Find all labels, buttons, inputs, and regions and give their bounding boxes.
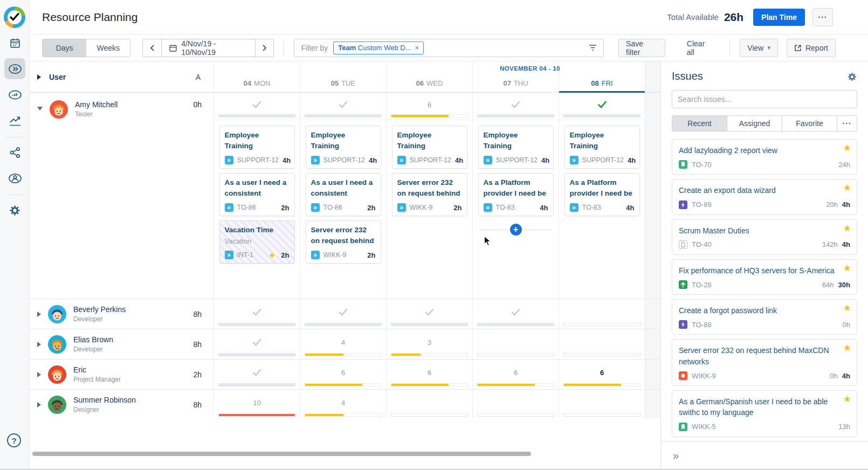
weeks-toggle-button[interactable]: Weeks [86,39,130,57]
task-card[interactable]: Server error 232 on request behind»WIKK-… [392,173,467,216]
sidebar-item-settings[interactable] [0,199,30,221]
app-logo-icon[interactable] [4,6,25,28]
header-more-button[interactable]: ··· [812,8,833,26]
schedule-cell[interactable]: Employee Training»SUPPORT-124hAs a user … [300,93,386,299]
user-cell[interactable]: Amy MitchellTester0h [30,93,213,299]
schedule-cell[interactable]: 3 [386,329,472,359]
favorite-star-icon[interactable]: ★ [843,395,851,404]
favorite-star-icon[interactable]: ★ [843,343,851,353]
expand-row-toggle[interactable] [37,312,41,317]
sidebar-item-timeline[interactable] [0,84,30,106]
schedule-cell[interactable]: Employee Training»SUPPORT-124hAs a Platf… [559,93,645,299]
schedule-cell[interactable] [472,390,559,418]
schedule-cell[interactable] [386,299,472,329]
schedule-cell[interactable]: 6Employee Training»SUPPORT-124hServer er… [386,93,472,299]
day-header-wed[interactable]: 06WED [386,61,472,92]
schedule-cell[interactable]: Employee Training»SUPPORT-124hAs a Platf… [472,93,559,299]
schedule-cell[interactable] [472,329,559,359]
issue-card[interactable]: As a German/Spanish user I need to be ab… [672,390,857,437]
issues-settings-button[interactable] [847,72,857,82]
favorite-star-icon[interactable]: ★ [843,303,851,313]
horizontal-scrollbar[interactable] [32,452,531,456]
task-card[interactable]: As a Platform provider I need be»TO-834h [478,173,554,216]
vacation-card[interactable]: Vacation TimeVacation»INT-12h [219,220,295,264]
issue-card[interactable]: Scrum Master Duties★TO-40142h4h [672,219,857,255]
task-card[interactable]: Employee Training»SUPPORT-124h [306,126,381,169]
user-cell[interactable]: EricProject Manager2h [30,360,213,389]
schedule-cell[interactable] [559,390,645,418]
filter-input[interactable]: Filter by Team Custom Web D... × [294,39,604,57]
schedule-cell[interactable] [213,299,300,329]
prev-week-button[interactable] [143,39,162,57]
availability-column-header[interactable]: A [196,73,201,81]
issue-card[interactable]: Create a forgot password link★TO-880h [672,299,857,335]
sidebar-item-calendar[interactable] [0,32,30,54]
clear-all-button[interactable]: Clear all [680,39,720,57]
issue-card[interactable]: Add lazyloading 2 report view★TO-7024h [672,139,857,175]
date-range-button[interactable]: 4/Nov/19 - 10/Nov/19 [162,39,255,57]
issue-card[interactable]: Create an export data wizard★TO-8920h4h [672,179,857,215]
task-card[interactable]: Employee Training»SUPPORT-124h [478,126,554,169]
collapse-panel-button[interactable]: » [673,450,679,462]
sidebar-item-share[interactable] [0,142,30,163]
expand-row-toggle[interactable] [37,402,41,407]
schedule-cell[interactable]: 6 [472,360,559,389]
collapse-all-toggle[interactable] [37,74,41,80]
schedule-cell[interactable]: 10 [213,390,300,418]
sidebar-item-reports[interactable] [0,110,30,132]
tabs-more-button[interactable]: ··· [837,116,857,131]
user-cell[interactable]: Elias BrownDeveloper8h [30,329,213,359]
schedule-cell[interactable] [386,390,472,418]
sidebar-item-planning[interactable] [0,58,30,80]
team-filter-chip[interactable]: Team Custom Web D... × [333,42,424,54]
days-toggle-button[interactable]: Days [43,39,86,57]
schedule-cell[interactable]: 6 [300,360,386,389]
chip-close-icon[interactable]: × [415,44,419,52]
schedule-cell[interactable]: 4 [300,390,386,418]
plan-time-button[interactable]: Plan Time [753,9,805,26]
task-card[interactable]: Server error 232 on request behind»WIKK-… [306,220,381,264]
favorite-star-icon[interactable]: ★ [843,224,851,233]
schedule-cell[interactable] [559,329,645,359]
task-card[interactable]: Employee Training»SUPPORT-124h [392,126,467,169]
view-dropdown-button[interactable]: View▾ [740,39,778,57]
schedule-cell[interactable] [213,360,300,389]
schedule-cell[interactable] [300,299,386,329]
day-header-mon[interactable]: 04MON [213,61,300,92]
help-button[interactable]: ? [7,433,21,447]
favorite-star-icon[interactable]: ★ [843,183,851,192]
report-button[interactable]: Report [787,39,836,57]
filter-funnel-icon[interactable] [589,44,597,51]
issue-card[interactable]: Fix performance of HQ3 servers for S-Ame… [672,259,857,295]
issue-card[interactable]: Server error 232 on request behind MaxCD… [672,339,857,386]
day-header-tue[interactable]: 05TUE [300,61,386,92]
search-issues-input[interactable] [672,90,857,108]
schedule-cell[interactable] [213,329,300,359]
tab-assigned[interactable]: Assigned [727,116,782,131]
task-card[interactable]: As a user I need a consistent»TO-862h [306,173,381,216]
favorite-star-icon[interactable]: ★ [843,143,851,153]
expand-row-toggle[interactable] [37,372,41,377]
save-filter-button[interactable]: Save filter [618,39,665,57]
tab-favorite[interactable]: Favorite [782,116,837,131]
schedule-cell[interactable]: 4 [300,329,386,359]
task-card[interactable]: As a Platform provider I need be»TO-834h [564,173,640,216]
tab-recent[interactable]: Recent [672,116,727,131]
user-cell[interactable]: Beverly PerkinsDeveloper8h [30,299,213,329]
user-cell[interactable]: Summer RobinsonDesigner8h [30,390,213,418]
next-week-button[interactable] [255,39,274,57]
schedule-cell[interactable] [559,299,645,329]
schedule-cell[interactable] [472,299,559,329]
task-card[interactable]: Employee Training»SUPPORT-124h [564,126,640,169]
add-booking-button[interactable]: + [510,224,522,236]
schedule-cell[interactable]: 6 [559,360,645,389]
schedule-cell[interactable]: 6 [386,360,472,389]
task-card[interactable]: Employee Training»SUPPORT-124h [219,126,295,169]
sidebar-item-people[interactable] [0,168,30,189]
collapse-row-toggle[interactable] [37,107,43,110]
expand-row-toggle[interactable] [37,342,41,347]
schedule-cell[interactable]: Employee Training»SUPPORT-124hAs a user … [213,93,300,299]
task-card[interactable]: As a user I need a consistent»TO-862h [219,173,295,216]
day-header-fri[interactable]: 08FRI [559,61,645,92]
favorite-star-icon[interactable]: ★ [843,264,851,273]
